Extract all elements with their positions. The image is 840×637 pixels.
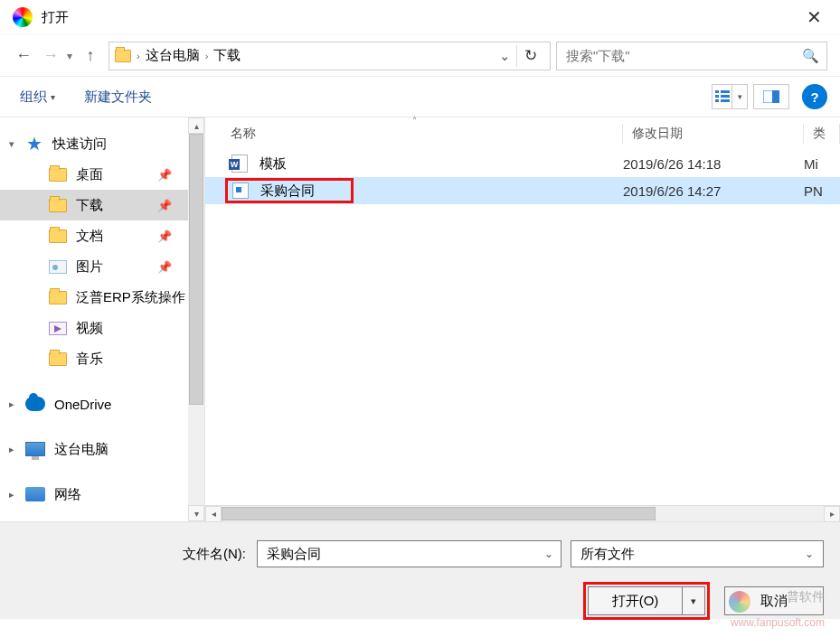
- file-name: 采购合同: [260, 183, 315, 200]
- expand-icon[interactable]: ▸: [9, 489, 14, 501]
- word-file-icon: [231, 155, 249, 173]
- chevron-down-icon: ⌄: [805, 548, 814, 560]
- column-header-type[interactable]: 类: [804, 117, 840, 150]
- titlebar: 打开 ✕: [0, 0, 840, 34]
- svg-rect-1: [721, 90, 730, 93]
- video-icon: [49, 322, 67, 335]
- network-icon: [25, 487, 45, 501]
- up-button[interactable]: ↑: [80, 45, 101, 67]
- cloud-icon: [25, 397, 45, 411]
- svg-rect-3: [721, 95, 730, 98]
- preview-pane-toggle[interactable]: [753, 84, 789, 109]
- scroll-track[interactable]: [188, 134, 204, 505]
- breadcrumb-item[interactable]: 这台电脑: [140, 47, 205, 64]
- open-button[interactable]: 打开(O): [588, 586, 682, 615]
- watermark-logo-icon: [729, 591, 750, 613]
- svg-rect-4: [715, 99, 719, 102]
- folder-icon: [49, 230, 67, 243]
- star-icon: ★: [25, 135, 43, 153]
- sidebar-this-pc[interactable]: ▸ 这台电脑: [0, 434, 188, 464]
- pin-icon: 📌: [157, 230, 172, 243]
- file-row[interactable]: 模板 2019/6/26 14:18 Mi: [205, 150, 840, 177]
- search-input[interactable]: [564, 47, 802, 64]
- svg-rect-2: [715, 95, 719, 98]
- filter-label: 所有文件: [580, 546, 635, 563]
- sidebar-quick-access-group: ▾ ★ 快速访问 桌面 📌 下载 📌 文档 📌: [0, 128, 188, 374]
- search-box[interactable]: 🔍: [556, 42, 827, 70]
- window-title: 打开: [42, 9, 801, 26]
- close-icon[interactable]: ✕: [801, 6, 827, 28]
- scroll-up-button[interactable]: ▴: [188, 117, 204, 134]
- file-type: Mi: [804, 156, 840, 172]
- refresh-icon[interactable]: ↻: [517, 46, 544, 65]
- folder-icon: [49, 168, 67, 182]
- open-button-highlight: 打开(O) ▾: [583, 582, 710, 620]
- filename-combobox[interactable]: ⌄: [257, 540, 562, 567]
- address-dropdown[interactable]: ⌄: [494, 48, 516, 64]
- breadcrumb-item[interactable]: 下载: [208, 47, 246, 64]
- scroll-thumb[interactable]: [222, 507, 656, 520]
- organize-menu[interactable]: 组织 ▾: [13, 85, 62, 109]
- svg-rect-0: [715, 90, 719, 93]
- pin-icon: 📌: [157, 260, 172, 274]
- svg-rect-7: [772, 90, 779, 103]
- scroll-left-button[interactable]: ◂: [205, 506, 222, 522]
- expand-icon[interactable]: ▸: [9, 398, 14, 410]
- navigation-bar: ← → ▾ ↑ › 这台电脑 › 下载 ⌄ ↻ 🔍: [0, 34, 840, 76]
- recent-locations-dropdown[interactable]: ▾: [67, 50, 72, 62]
- expand-icon[interactable]: ▾: [9, 138, 14, 150]
- file-date: 2019/6/26 14:27: [623, 183, 804, 199]
- help-button[interactable]: ?: [802, 84, 827, 109]
- open-button-dropdown[interactable]: ▾: [682, 586, 705, 615]
- cancel-button[interactable]: 取消 普软件 www.fanpusoft.com: [724, 586, 824, 615]
- sort-indicator-icon: ˄: [412, 116, 417, 126]
- sidebar-network[interactable]: ▸ 网络: [0, 479, 188, 510]
- column-header-modified[interactable]: 修改日期: [623, 117, 804, 150]
- search-icon[interactable]: 🔍: [802, 48, 819, 64]
- watermark-brand: 普软件: [787, 589, 825, 605]
- sidebar-item-downloads[interactable]: 下载 📌: [0, 190, 188, 220]
- scroll-right-button[interactable]: ▸: [824, 506, 840, 522]
- sidebar-item-documents[interactable]: 文档 📌: [0, 220, 188, 251]
- filename-input[interactable]: [265, 546, 544, 563]
- watermark-url: www.fanpusoft.com: [731, 616, 825, 629]
- file-type: PN: [804, 183, 840, 199]
- location-folder-icon: [115, 50, 131, 62]
- pin-icon: 📌: [157, 168, 172, 182]
- scroll-down-button[interactable]: ▾: [188, 505, 204, 521]
- folder-icon: [49, 291, 67, 304]
- sidebar-quick-access[interactable]: ▾ ★ 快速访问: [0, 128, 188, 159]
- file-list[interactable]: 模板 2019/6/26 14:18 Mi 采购合同 2019/6/26 14:…: [205, 150, 840, 505]
- sidebar-item-music[interactable]: 音乐: [0, 343, 188, 374]
- preview-pane-icon: [763, 90, 779, 103]
- sidebar-item-videos[interactable]: 视频: [0, 313, 188, 343]
- horizontal-scrollbar[interactable]: ◂ ▸: [205, 505, 840, 521]
- sidebar-scrollbar[interactable]: ▴ ▾: [188, 117, 204, 521]
- column-header-name[interactable]: 名称 ˄: [205, 117, 623, 150]
- pictures-icon: [49, 260, 67, 274]
- sidebar-onedrive[interactable]: ▸ OneDrive: [0, 389, 188, 419]
- sidebar: ▾ ★ 快速访问 桌面 📌 下载 📌 文档 📌: [0, 117, 204, 521]
- image-file-icon: [231, 182, 250, 200]
- file-name: 模板: [260, 155, 287, 173]
- sidebar-item-desktop[interactable]: 桌面 📌: [0, 159, 188, 190]
- back-button[interactable]: ←: [13, 45, 34, 67]
- sidebar-item-fanpu-erp[interactable]: 泛普ERP系统操作: [0, 282, 188, 313]
- forward-button[interactable]: →: [40, 45, 61, 67]
- scroll-track[interactable]: [222, 506, 824, 521]
- dialog-footer: 文件名(N): ⌄ 所有文件 ⌄ 打开(O) ▾ 取消 普软件 www.fanp…: [0, 521, 840, 619]
- file-row[interactable]: 采购合同 2019/6/26 14:27 PN: [205, 177, 840, 204]
- pin-icon: 📌: [157, 199, 172, 212]
- pc-icon: [25, 442, 45, 456]
- file-type-filter[interactable]: 所有文件 ⌄: [571, 540, 824, 567]
- column-headers: 名称 ˄ 修改日期 类: [205, 117, 840, 150]
- sidebar-item-pictures[interactable]: 图片 📌: [0, 251, 188, 282]
- chevron-down-icon[interactable]: ⌄: [544, 548, 553, 560]
- body: ▾ ★ 快速访问 桌面 📌 下载 📌 文档 📌: [0, 117, 840, 521]
- scroll-thumb[interactable]: [189, 134, 203, 405]
- address-bar[interactable]: › 这台电脑 › 下载 ⌄ ↻: [109, 42, 551, 70]
- expand-icon[interactable]: ▸: [9, 444, 14, 455]
- new-folder-button[interactable]: 新建文件夹: [77, 85, 159, 109]
- folder-icon: [49, 352, 67, 366]
- view-options[interactable]: ▾: [712, 84, 748, 109]
